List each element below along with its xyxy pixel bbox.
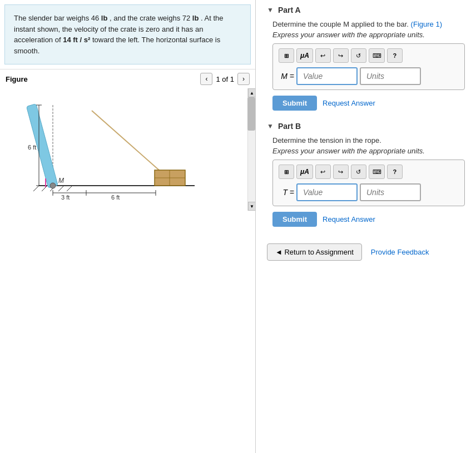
svg-line-2 [42,186,47,191]
return-to-assignment-button[interactable]: ◄ Return to Assignment [267,243,362,261]
redo-button-b[interactable]: ↪ [333,165,349,179]
part-b-answer-box: ⊞ μA ↩ ↪ ↺ ⌨ ? T = [272,160,465,206]
part-a-toggle[interactable]: ▼ [267,6,274,14]
svg-text:6 ft: 6 ft [111,194,120,201]
part-b-toolbar: ⊞ μA ↩ ↪ ↺ ⌨ ? [279,165,459,179]
part-a-action-row: Submit Request Answer [272,96,465,111]
svg-text:M: M [58,177,64,185]
problem-text: The slender bar weighs 46 lb , and the c… [4,4,251,64]
grid-icon-button-b[interactable]: ⊞ [279,165,294,179]
undo-button-b[interactable]: ↩ [315,165,331,179]
left-panel: The slender bar weighs 46 lb , and the c… [0,0,256,453]
part-a-input-row: M = [279,67,459,85]
svg-line-4 [58,186,64,191]
page-indicator: 1 of 1 [216,75,234,83]
help-button-a[interactable]: ? [387,48,403,63]
undo-button-a[interactable]: ↩ [315,48,331,63]
bottom-actions: ◄ Return to Assignment Provide Feedback [267,238,465,261]
svg-line-5 [67,186,72,191]
part-b-value-input[interactable] [296,183,358,201]
part-a-answer-label: Express your answer with the appropriate… [272,31,465,39]
part-b-section: ▼ Part B Determine the tension in the ro… [267,122,465,227]
part-b-input-label: T = [279,188,294,197]
part-a-description: Determine the couple M applied to the ba… [272,20,465,28]
keyboard-button-b[interactable]: ⌨ [369,165,385,179]
part-b-action-row: Submit Request Answer [272,212,465,227]
svg-line-1 [33,186,39,191]
part-a-toolbar: ⊞ μA ↩ ↪ ↺ ⌨ ? [279,48,459,63]
figure-area: M 6 ft 3 ft 6 ft ▲ ▼ [0,88,255,211]
right-panel: ▼ Part A Determine the couple M applied … [256,0,476,453]
part-a-units-input[interactable] [360,67,421,85]
part-a-input-label: M = [279,72,294,81]
refresh-button-a[interactable]: ↺ [351,48,366,63]
scroll-up-button[interactable]: ▲ [248,88,255,97]
part-a-content: Determine the couple M applied to the ba… [267,20,465,111]
svg-line-8 [92,111,164,175]
part-a-value-input[interactable] [296,67,358,85]
part-a-submit-button[interactable]: Submit [272,96,317,111]
part-b-input-row: T = [279,183,459,201]
part-a-header: ▼ Part A [267,6,465,14]
part-b-label: Part B [278,122,301,131]
part-a-answer-box: ⊞ μA ↩ ↪ ↺ ⌨ ? M = [272,43,465,90]
part-b-submit-button[interactable]: Submit [272,212,317,227]
figure-header: Figure ‹ 1 of 1 › [0,69,255,88]
scroll-thumb[interactable] [247,97,255,131]
part-a-request-link[interactable]: Request Answer [323,99,375,107]
mu-icon-button-a[interactable]: μA [296,48,313,63]
part-a-section: ▼ Part A Determine the couple M applied … [267,6,465,111]
part-a-figure-link[interactable]: (Figure 1) [411,20,442,28]
part-a-desc-text: Determine the couple M applied to the ba… [272,20,409,28]
prev-page-button[interactable]: ‹ [200,73,212,85]
part-b-answer-label: Express your answer with the appropriate… [272,147,465,155]
part-b-header: ▼ Part B [267,122,465,131]
part-b-request-link[interactable]: Request Answer [323,215,375,223]
redo-button-a[interactable]: ↪ [333,48,349,63]
svg-point-12 [50,183,56,188]
svg-text:3 ft: 3 ft [61,194,70,201]
part-b-description: Determine the tension in the rope. [272,136,465,145]
keyboard-button-a[interactable]: ⌨ [369,48,385,63]
scroll-down-button[interactable]: ▼ [248,202,255,211]
help-button-b[interactable]: ? [387,165,403,179]
figure-nav: ‹ 1 of 1 › [200,73,250,85]
mu-icon-button-b[interactable]: μA [296,165,313,179]
figure-label: Figure [6,75,28,83]
next-page-button[interactable]: › [237,73,250,85]
svg-text:6 ft: 6 ft [28,144,36,151]
figure-svg: M 6 ft 3 ft 6 ft [6,88,239,205]
provide-feedback-link[interactable]: Provide Feedback [371,248,429,256]
grid-icon-button-a[interactable]: ⊞ [279,48,294,63]
part-b-toggle[interactable]: ▼ [267,122,274,130]
part-b-content: Determine the tension in the rope. Expre… [267,136,465,227]
part-a-label: Part A [278,6,301,14]
refresh-button-b[interactable]: ↺ [351,165,366,179]
scroll-track: ▲ ▼ [247,88,255,211]
part-b-units-input[interactable] [360,183,421,201]
